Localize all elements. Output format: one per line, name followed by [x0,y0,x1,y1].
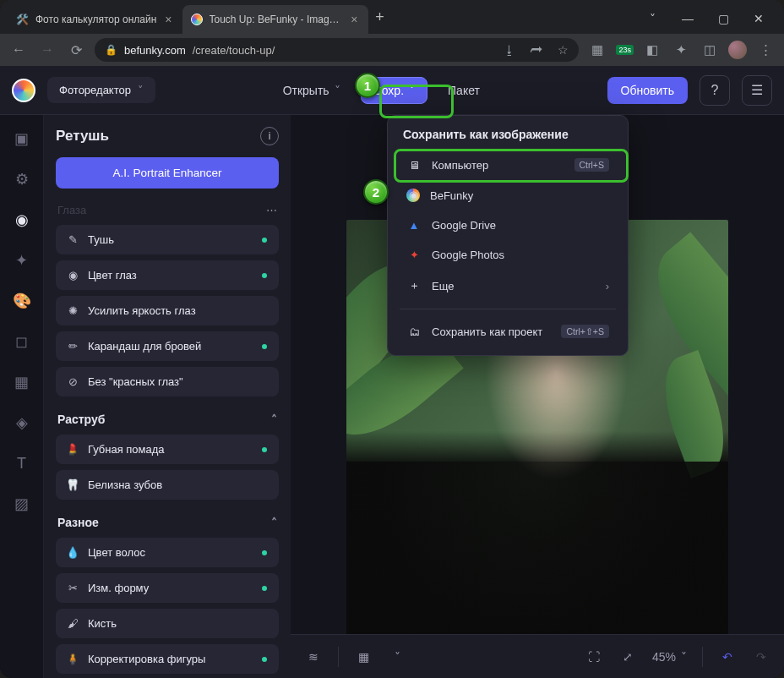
close-icon[interactable]: × [163,13,173,26]
tool-item[interactable]: ✏Карандаш для бровей [56,331,279,361]
tool-item[interactable]: ⊘Без "красных глаз" [56,367,279,396]
back-button[interactable]: ← [8,42,29,57]
chevron-down-icon[interactable]: ˅ [388,650,406,664]
reload-button[interactable]: ⟳ [66,42,86,58]
shortcut-badge: Ctrl+S [574,158,609,172]
forward-button: → [37,42,57,57]
extension-icon[interactable]: ▦ [587,42,607,57]
status-dot [262,273,267,278]
grid-view-icon[interactable]: ▦ [354,650,373,664]
share-icon[interactable]: ⮫ [531,43,542,57]
kebab-menu-icon[interactable]: ⋮ [755,42,776,57]
section-header[interactable]: Раструб˄ [56,402,279,435]
body-icon: 🧍 [66,653,79,665]
sidebar-header: Ретушь i [56,127,279,145]
extensions-puzzle-icon[interactable]: ✦ [671,42,691,57]
open-button[interactable]: Открыть ˅ [271,77,352,104]
project-icon: 🗂 [406,325,422,338]
sliders-icon[interactable]: ⚙ [10,167,34,191]
save-menu-item-plus[interactable]: ＋Еще› [396,270,619,302]
bookmark-icon[interactable]: ☆ [558,43,569,57]
upgrade-button[interactable]: Обновить [607,77,688,104]
browser-tabs: 🛠️ Фото калькулятор онлайн × Touch Up: B… [7,0,634,34]
chevron-down-icon: ˅ [138,84,144,96]
zoom-value: 45% [652,650,676,664]
tool-item[interactable]: ✂Изм. форму [56,573,279,603]
sidebar-title: Ретушь [56,128,109,145]
ai-enhancer-button[interactable]: A.I. Portrait Enhancer [56,157,279,189]
save-as-project-item[interactable]: 🗂 Сохранить как проект Ctrl+⇧+S [396,316,619,347]
close-window-icon[interactable]: ✕ [749,12,769,25]
fit-icon[interactable]: ⤢ [618,650,637,664]
drop-icon: 💧 [66,546,79,559]
url-box[interactable]: 🔒 befunky.com/create/touch-up/ ⭳ ⮫ ☆ [95,38,579,62]
tool-label: Губная помада [88,443,165,456]
info-icon[interactable]: i [260,127,279,145]
frame-icon[interactable]: ◻ [10,330,34,353]
tool-item[interactable]: ✎Тушь [56,225,279,254]
tool-item[interactable]: 🦷Белизна зубов [56,470,279,500]
grid-icon[interactable]: ▦ [10,370,34,394]
save-menu-item-gphotos[interactable]: ✦Google Photos [396,240,619,270]
befunky-logo-icon[interactable] [12,79,35,102]
extension-icon[interactable]: ◧ [642,42,662,57]
extension-icon[interactable]: ◫ [700,42,720,57]
tool-item[interactable]: 🖌Кисть [56,609,279,638]
sparkle-icon[interactable]: ✦ [10,249,34,272]
install-app-icon[interactable]: ⭳ [504,43,515,57]
no-red-icon: ⊘ [66,375,79,388]
tool-item[interactable]: ✺Усилить яркость глаз [56,296,279,325]
tool-item[interactable]: ◉Цвет глаз [56,260,279,290]
texture-icon[interactable]: ▨ [10,492,34,516]
save-menu-item-befunky[interactable]: ◉BeFunky [396,180,619,211]
browser-tab[interactable]: 🛠️ Фото калькулятор онлайн × [7,5,182,34]
chevron-down-icon[interactable]: ˅ [642,12,662,25]
zoom-control[interactable]: 45% ˅ [652,650,687,664]
save-menu-item-computer[interactable]: 🖥КомпьютерCtrl+S [396,150,619,180]
image-icon[interactable]: ▣ [10,127,34,150]
tool-item[interactable]: 🧍Корректировка фигуры [56,644,279,674]
browser-tab[interactable]: Touch Up: BeFunky - Image Reto × [182,5,368,34]
redo-icon[interactable]: ↷ [752,650,770,664]
close-icon[interactable]: × [349,13,359,26]
layers-icon[interactable]: ≋ [304,650,323,664]
menu-item-label: Google Photos [432,249,504,261]
tool-label: Цвет глаз [88,269,137,282]
save-menu-item-gdrive[interactable]: ▲Google Drive [396,211,619,240]
undo-icon[interactable]: ↶ [718,650,737,664]
text-icon[interactable]: T [10,451,34,475]
section-header[interactable]: Разное˄ [56,506,279,538]
wrench-icon: 🛠️ [15,13,29,26]
editor-dropdown[interactable]: Фоторедактор ˅ [47,77,155,103]
tool-item[interactable]: 💄Губная помада [56,435,279,464]
tooth-icon: 🦷 [66,478,79,491]
tool-label: Без "красных глаз" [88,375,183,388]
url-path: /create/touch-up/ [193,44,275,57]
minimize-icon[interactable]: — [678,12,698,25]
callout-badge-1: 1 [355,73,380,98]
eye-icon[interactable]: ◉ [10,208,34,232]
maximize-icon[interactable]: ▢ [713,12,733,25]
address-bar: ← → ⟳ 🔒 befunky.com/create/touch-up/ ⭳ ⮫… [0,34,784,66]
overlay-icon[interactable]: ◈ [10,411,34,435]
chevron-right-icon: › [606,280,609,293]
tool-item[interactable]: 💧Цвет волос [56,538,279,567]
hamburger-menu-button[interactable]: ☰ [742,75,772,106]
status-dot [262,447,267,452]
collapsed-section[interactable]: Глаза [56,199,279,225]
window-controls: ˅ — ▢ ✕ [634,12,777,34]
status-dot [262,344,267,349]
status-dot [262,550,267,555]
callout-badge-2: 2 [363,179,389,205]
menu-item-label: Сохранить как проект [432,325,542,338]
batch-button[interactable]: Пакет [436,77,492,104]
new-tab-button[interactable]: + [368,5,392,29]
fullscreen-icon[interactable]: ⛶ [585,650,603,664]
section-label: Глаза [57,204,86,216]
profile-avatar[interactable] [728,41,747,59]
status-dot [262,586,267,591]
help-button[interactable]: ? [700,75,730,106]
palette-icon[interactable]: 🎨 [10,289,34,313]
extension-badge[interactable]: 23s [616,45,634,55]
gdrive-icon: ▲ [406,219,422,232]
